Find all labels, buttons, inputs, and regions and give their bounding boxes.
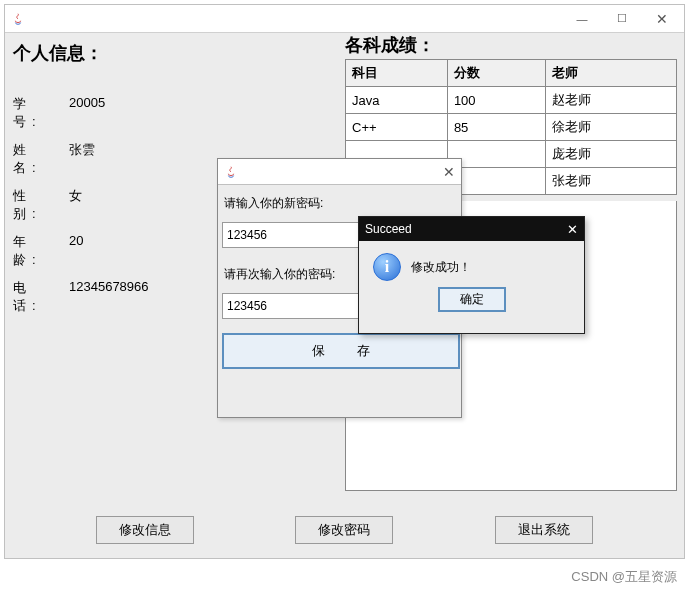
succeed-dialog-titlebar: Succeed ✕	[359, 217, 584, 241]
cell-score: 85	[447, 114, 545, 141]
name-value: 张雲	[69, 141, 95, 177]
ok-button[interactable]: 确定	[438, 287, 506, 312]
id-label: 学 号:	[13, 95, 69, 131]
password-dialog-close-icon[interactable]: ✕	[443, 164, 455, 180]
new-password-label: 请输入你的新密码:	[224, 195, 457, 212]
personal-info-title: 个人信息：	[13, 41, 103, 65]
java-icon	[11, 12, 25, 26]
succeed-dialog-close-icon[interactable]: ✕	[567, 222, 578, 237]
cell-subject: Java	[346, 87, 448, 114]
info-row-age: 年 龄: 20	[13, 233, 83, 269]
cell-score: 100	[447, 87, 545, 114]
cell-teacher: 徐老师	[546, 114, 677, 141]
header-subject: 科目	[346, 60, 448, 87]
table-row: C++ 85 徐老师	[346, 114, 677, 141]
grades-title: 各科成绩：	[345, 33, 435, 57]
gender-value: 女	[69, 187, 82, 223]
succeed-title-text: Succeed	[365, 222, 412, 236]
age-label: 年 龄:	[13, 233, 69, 269]
info-icon: i	[373, 253, 401, 281]
cell-subject: C++	[346, 114, 448, 141]
succeed-dialog: Succeed ✕ i 修改成功！ 确定	[358, 216, 585, 334]
succeed-message: 修改成功！	[411, 259, 471, 276]
edit-password-button[interactable]: 修改密码	[295, 516, 393, 544]
cell-score	[447, 168, 545, 195]
table-row: Java 100 赵老师	[346, 87, 677, 114]
watermark: CSDN @五星资源	[571, 568, 677, 586]
gender-label: 性 别:	[13, 187, 69, 223]
cell-teacher: 张老师	[546, 168, 677, 195]
info-row-id: 学 号: 20005	[13, 95, 105, 131]
header-score: 分数	[447, 60, 545, 87]
cell-teacher: 庞老师	[546, 141, 677, 168]
close-button[interactable]: ✕	[642, 6, 682, 32]
main-titlebar: — ☐ ✕	[5, 5, 684, 33]
java-icon	[224, 165, 238, 179]
info-row-phone: 电 话: 12345678966	[13, 279, 149, 315]
info-row-name: 姓 名: 张雲	[13, 141, 95, 177]
cell-teacher: 赵老师	[546, 87, 677, 114]
cell-score	[447, 141, 545, 168]
edit-info-button[interactable]: 修改信息	[96, 516, 194, 544]
header-teacher: 老师	[546, 60, 677, 87]
exit-system-button[interactable]: 退出系统	[495, 516, 593, 544]
phone-value: 12345678966	[69, 279, 149, 315]
table-header-row: 科目 分数 老师	[346, 60, 677, 87]
save-password-button[interactable]: 保 存	[222, 333, 460, 369]
age-value: 20	[69, 233, 83, 269]
password-dialog-titlebar: ✕	[218, 159, 461, 185]
id-value: 20005	[69, 95, 105, 131]
info-row-gender: 性 别: 女	[13, 187, 82, 223]
name-label: 姓 名:	[13, 141, 69, 177]
maximize-button[interactable]: ☐	[602, 6, 642, 32]
bottom-button-row: 修改信息 修改密码 退出系统	[5, 516, 684, 544]
minimize-button[interactable]: —	[562, 6, 602, 32]
phone-label: 电 话:	[13, 279, 69, 315]
